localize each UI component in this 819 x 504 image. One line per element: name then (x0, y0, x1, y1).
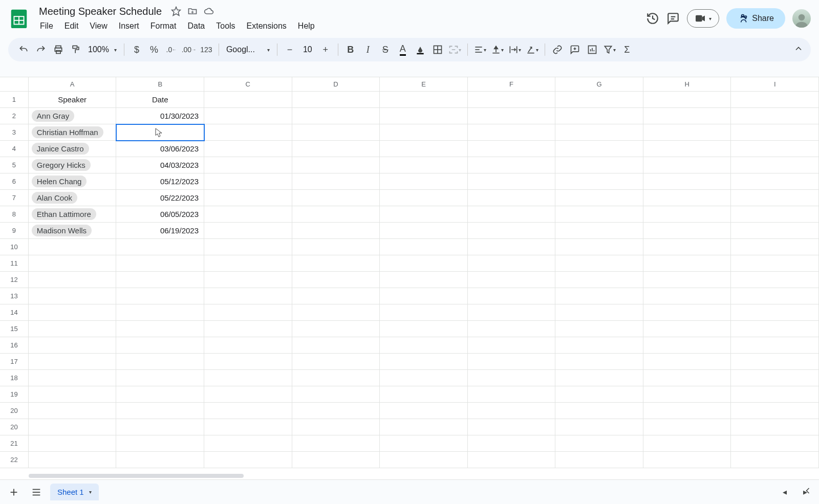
row-header[interactable]: 4 (0, 141, 29, 157)
paint-format-button[interactable] (68, 41, 84, 58)
cell[interactable] (555, 124, 643, 141)
cell[interactable]: Madison Wells (29, 223, 117, 239)
horizontal-align-button[interactable]: ▾ (472, 41, 488, 58)
font-select[interactable]: Googl...▾ (223, 43, 273, 56)
add-sheet-button[interactable] (5, 484, 23, 501)
cell[interactable] (116, 419, 204, 435)
undo-button[interactable] (15, 41, 32, 58)
cell[interactable] (643, 288, 731, 304)
cell[interactable] (292, 304, 380, 321)
cell[interactable] (380, 206, 468, 223)
cell[interactable] (292, 452, 380, 468)
cell[interactable] (731, 206, 819, 223)
cell[interactable] (468, 403, 556, 419)
row-header[interactable]: 14 (0, 304, 29, 321)
borders-button[interactable] (429, 41, 446, 58)
cell[interactable] (468, 124, 556, 141)
cell[interactable]: 06/19/2023 (116, 223, 204, 239)
menu-view[interactable]: View (84, 19, 112, 33)
row-header[interactable]: 15 (0, 321, 29, 337)
row-header[interactable]: 2 (0, 108, 29, 124)
cell[interactable]: Gregory Hicks (29, 157, 117, 173)
cell[interactable] (555, 304, 643, 321)
cell[interactable] (643, 370, 731, 386)
cell[interactable]: 06/05/2023 (116, 206, 204, 223)
cell[interactable] (292, 370, 380, 386)
menu-help[interactable]: Help (293, 19, 320, 33)
cell[interactable] (116, 272, 204, 288)
cell[interactable] (643, 223, 731, 239)
scrollbar-thumb[interactable] (29, 474, 244, 478)
cell[interactable] (643, 92, 731, 108)
cell[interactable] (731, 288, 819, 304)
cell[interactable] (468, 288, 556, 304)
row-header[interactable]: 19 (0, 386, 29, 403)
cell[interactable] (292, 435, 380, 452)
zoom-select[interactable]: 100%▾ (85, 43, 120, 56)
cell[interactable] (292, 141, 380, 157)
italic-button[interactable]: I (360, 41, 376, 58)
cell[interactable] (731, 157, 819, 173)
row-header[interactable]: 10 (0, 239, 29, 255)
redo-button[interactable] (33, 41, 49, 58)
cell[interactable] (204, 304, 292, 321)
cell[interactable] (204, 157, 292, 173)
cell[interactable] (731, 223, 819, 239)
cell[interactable]: Alan Cook (29, 190, 117, 206)
cell[interactable] (204, 403, 292, 419)
cell[interactable] (468, 321, 556, 337)
menu-extensions[interactable]: Extensions (242, 19, 292, 33)
col-header-I[interactable]: I (731, 77, 819, 91)
comment-icon[interactable] (666, 12, 680, 25)
cell[interactable] (643, 419, 731, 435)
cell[interactable] (555, 255, 643, 272)
cell[interactable] (380, 304, 468, 321)
cell[interactable] (468, 452, 556, 468)
cell[interactable] (292, 419, 380, 435)
move-icon[interactable] (187, 6, 198, 16)
cell[interactable] (116, 435, 204, 452)
cell[interactable] (29, 304, 117, 321)
cell[interactable] (204, 272, 292, 288)
row-header[interactable]: 17 (0, 354, 29, 370)
cell[interactable] (29, 452, 117, 468)
cell[interactable] (731, 370, 819, 386)
cell[interactable] (380, 108, 468, 124)
cell[interactable] (116, 288, 204, 304)
cell[interactable] (380, 354, 468, 370)
cell[interactable] (468, 141, 556, 157)
cell[interactable] (555, 370, 643, 386)
cell[interactable]: Speaker (29, 92, 117, 108)
cell[interactable] (292, 403, 380, 419)
cell[interactable] (380, 337, 468, 354)
decrease-font-button[interactable]: − (282, 41, 298, 58)
cell[interactable] (555, 337, 643, 354)
cell[interactable] (643, 435, 731, 452)
cell[interactable] (204, 239, 292, 255)
cell[interactable] (555, 223, 643, 239)
cell[interactable] (555, 190, 643, 206)
people-chip[interactable]: Ethan Lattimore (32, 208, 96, 220)
col-header-F[interactable]: F (468, 77, 556, 91)
cell[interactable] (380, 92, 468, 108)
cell[interactable] (204, 386, 292, 403)
cell[interactable] (643, 124, 731, 141)
cell[interactable] (643, 239, 731, 255)
cell[interactable] (204, 141, 292, 157)
row-header[interactable]: 9 (0, 223, 29, 239)
cell[interactable]: Date (116, 92, 204, 108)
row-header[interactable]: 12 (0, 272, 29, 288)
cell[interactable] (380, 321, 468, 337)
cell[interactable] (204, 190, 292, 206)
cell[interactable] (731, 304, 819, 321)
cell[interactable]: 01/30/2023 (116, 108, 204, 124)
cell[interactable] (468, 223, 556, 239)
cell[interactable] (380, 190, 468, 206)
cell[interactable] (468, 206, 556, 223)
row-header[interactable]: 13 (0, 288, 29, 304)
cell[interactable] (204, 288, 292, 304)
cell[interactable] (380, 419, 468, 435)
row-header[interactable]: 18 (0, 370, 29, 386)
col-header-C[interactable]: C (204, 77, 292, 91)
cell[interactable] (731, 452, 819, 468)
